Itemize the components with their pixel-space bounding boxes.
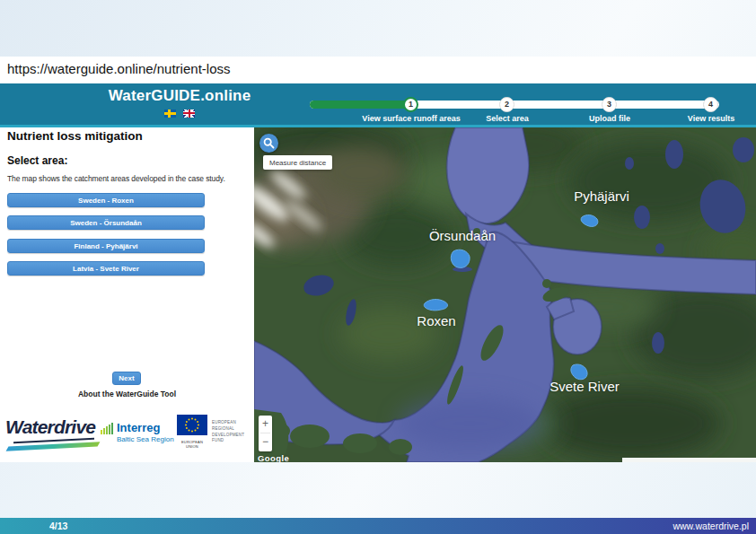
app-header: WaterGUIDE.online 1 2 3 4 View surface r… (0, 83, 756, 125)
map-label-svete-river: Svete River (522, 379, 647, 394)
waterdrive-logo-text: Waterdrive (5, 416, 99, 438)
measure-distance-button[interactable]: Measure distance (263, 155, 332, 170)
app-title: WaterGUIDE.online (90, 87, 269, 105)
map-zoom-control: + − (259, 416, 272, 451)
interreg-logo: Interreg Baltic Sea Region (101, 422, 174, 443)
area-button-latvia-svete[interactable]: Latvia - Svete River (7, 261, 205, 276)
map-search-button[interactable] (259, 134, 278, 153)
google-attribution[interactable]: Google (258, 453, 289, 462)
eu-caption: EUROPEAN UNION (176, 440, 208, 449)
slide: https://waterguide.online/nutrient-loss … (0, 0, 756, 534)
map-description: The map shows the catchment areas develo… (7, 174, 225, 183)
step-2-circle[interactable]: 2 (499, 97, 514, 112)
zoom-in-button[interactable]: + (259, 416, 272, 433)
page-indicator: 4/13 (49, 518, 67, 534)
map-attribution-strip (622, 458, 756, 462)
area-button-sweden-roxen[interactable]: Sweden - Roxen (7, 193, 205, 207)
page-url: https://waterguide.online/nutrient-loss (7, 61, 230, 76)
map-label-pyhajarvi: Pyhäjärvi (539, 188, 664, 204)
waterdrive-logo: Waterdrive (5, 416, 99, 454)
interreg-logo-subtext: Baltic Sea Region (117, 435, 174, 443)
step-4-label: View results (648, 114, 756, 123)
interreg-bars-icon (101, 422, 114, 434)
area-button-sweden-orsundaan[interactable]: Sweden - Örsundaån (7, 215, 205, 230)
eu-flag-logo: EUROPEAN UNION (176, 415, 208, 449)
area-button-finland-pyhajarvi[interactable]: Finland - Pyhäjärvi (7, 239, 205, 253)
stepper-progress-fill (310, 101, 412, 109)
map-label-orsundaan: Örsundaån (400, 228, 525, 243)
step-4-circle[interactable]: 4 (703, 97, 718, 112)
logo-row: Waterdrive Interreg Baltic Sea Region (0, 413, 254, 460)
catchment-orsundaan (451, 249, 470, 267)
swedish-flag-icon[interactable] (164, 109, 176, 118)
about-waterguide-link[interactable]: About the WaterGuide Tool (0, 390, 254, 398)
interreg-logo-text: Interreg (117, 422, 174, 433)
stepper-track (310, 101, 719, 109)
map-viewport[interactable]: Pyhäjärvi Örsundaån Roxen Svete River Me… (254, 127, 756, 462)
next-button[interactable]: Next (112, 372, 141, 385)
map-label-roxen: Roxen (374, 313, 499, 328)
eu-fund-text: EUROPEAN REGIONAL DEVELOPMENT FUND (212, 420, 242, 444)
zoom-out-button[interactable]: − (259, 433, 272, 451)
map-canvas (254, 127, 756, 462)
page-title: Nutrient loss mitigation (7, 129, 143, 143)
slide-footer: 4/13 www.waterdrive.pl (0, 518, 756, 534)
eu-flag-icon (177, 415, 207, 435)
sidebar: Nutrient loss mitigation Select area: Th… (0, 127, 254, 462)
footer-website: www.waterdrive.pl (672, 518, 749, 534)
url-band: https://waterguide.online/nutrient-loss (0, 57, 756, 83)
uk-flag-icon[interactable] (183, 109, 195, 118)
step-3-circle[interactable]: 3 (602, 97, 617, 112)
step-1-circle[interactable]: 1 (403, 97, 418, 112)
select-area-heading: Select area: (7, 154, 67, 167)
search-icon (263, 137, 275, 149)
language-switcher (90, 109, 269, 126)
catchment-roxen (424, 300, 447, 311)
